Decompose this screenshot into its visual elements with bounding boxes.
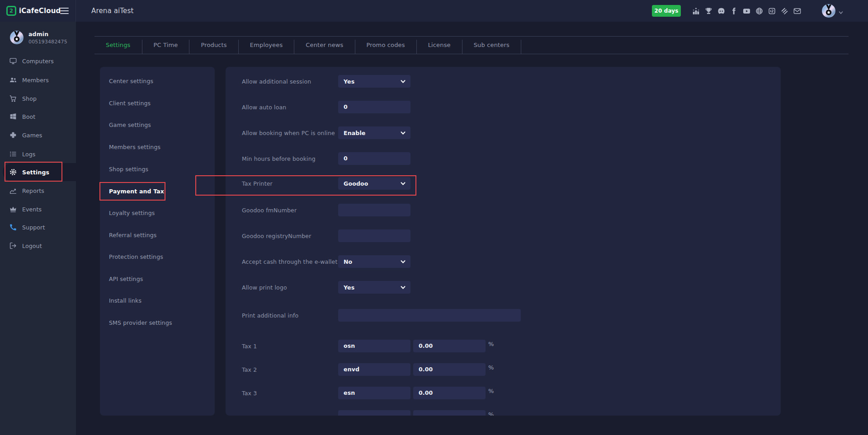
icafecloud-logo-icon: 2 — [6, 6, 16, 16]
sidebar-user-avatar — [10, 31, 24, 44]
menu-item-shop-settings[interactable]: Shop settings — [109, 166, 148, 174]
sidebar-item-computers[interactable]: Computers — [0, 52, 76, 70]
menu-item-api-settings[interactable]: API settings — [109, 276, 143, 284]
logo-text: iCafeCloud — [19, 7, 61, 15]
menu-item-install-links[interactable]: Install links — [109, 297, 142, 305]
tab-employees[interactable]: Employees — [239, 37, 294, 54]
menu-item-sms-provider-settings[interactable]: SMS provider settings — [109, 319, 172, 327]
percent-suffix: % — [488, 411, 494, 416]
tab-settings[interactable]: Settings — [94, 37, 142, 54]
sidebar-item-label: Logout — [22, 243, 42, 249]
tab-sub-centers[interactable]: Sub centers — [462, 37, 521, 54]
field-label: Allow print logo — [242, 284, 287, 291]
accept-cash-ewallet-select[interactable]: No — [338, 255, 410, 268]
tab-promo-codes[interactable]: Promo codes — [355, 37, 416, 54]
form-row-allow-booking-pc-online: Allow booking when PC is online Enable — [226, 126, 781, 139]
tax2-name-input[interactable]: envd — [338, 363, 410, 376]
sidebar-item-logout[interactable]: Logout — [0, 237, 76, 255]
sidebar-item-label: Events — [22, 206, 42, 213]
crown-icon — [9, 205, 17, 213]
field-label: Accept cash through the e-wallet — [242, 258, 338, 265]
tab-products[interactable]: Products — [189, 37, 238, 54]
chevron-down-icon — [401, 131, 406, 136]
tax1-name-input[interactable]: osn — [338, 340, 410, 352]
tax4-name-input[interactable] — [338, 410, 410, 416]
print-additional-info-input[interactable] — [338, 309, 521, 322]
sidebar-item-events[interactable]: Events — [0, 200, 76, 218]
allow-auto-loan-input[interactable]: 0 — [338, 101, 410, 113]
menu-item-loyalty-settings[interactable]: Loyalty settings — [109, 210, 155, 218]
allow-booking-select[interactable]: Enable — [338, 126, 410, 139]
sidebar-item-support[interactable]: Support — [0, 218, 76, 236]
tab-pc-time[interactable]: PC Time — [142, 37, 189, 54]
sidebar-item-reports[interactable]: Reports — [0, 182, 76, 200]
percent-suffix: % — [488, 388, 494, 394]
sidebar-item-label: Members — [22, 77, 49, 84]
goodoo-registrynumber-input[interactable] — [338, 229, 410, 242]
form-row-tax-4-partial: % — [226, 410, 781, 416]
tab-center-news[interactable]: Center news — [294, 37, 354, 54]
field-label: Allow auto loan — [242, 104, 286, 111]
sidebar-item-boot[interactable]: Boot — [0, 108, 76, 126]
allow-additional-session-select[interactable]: Yes — [338, 75, 410, 88]
min-hours-before-booking-input[interactable]: 0 — [338, 152, 410, 165]
tax1-rate-input[interactable]: 0.00 — [413, 340, 486, 352]
menu-item-referral-settings[interactable]: Referral settings — [109, 232, 156, 240]
icafecloud-app: { "topbar": { "logo_text": "iCafeCloud",… — [0, 0, 868, 435]
menu-item-payment-and-tax[interactable]: Payment and Tax — [109, 188, 164, 196]
menu-item-members-settings[interactable]: Members settings — [109, 144, 160, 152]
sidebar-user-id: 005193482475 — [28, 39, 67, 45]
form-row-goodoo-registrynumber: Goodoo registryNumber — [226, 229, 781, 242]
form-row-allow-print-logo: Allow print logo Yes — [226, 281, 781, 294]
form-row-accept-cash-ewallet: Accept cash through the e-wallet No — [226, 255, 781, 268]
cart-icon — [9, 94, 17, 103]
mail-icon[interactable] — [793, 7, 802, 15]
tax3-rate-input[interactable]: 0.00 — [413, 387, 486, 399]
form-row-min-hours-before-booking: Min hours before booking 0 — [226, 152, 781, 165]
logout-icon — [9, 242, 17, 250]
sidebar: admin 005193482475 Computers Members Sho… — [0, 22, 76, 435]
tax-printer-select[interactable]: Goodoo — [338, 177, 410, 190]
sidebar-item-games[interactable]: Games — [0, 126, 76, 144]
tax3-name-input[interactable]: esn — [338, 387, 410, 399]
ranking-icon[interactable] — [692, 7, 700, 15]
discord-icon[interactable] — [717, 7, 726, 15]
sidebar-item-label: Logs — [22, 151, 35, 158]
brand-area[interactable]: 2 iCafeCloud — [0, 0, 76, 22]
layers-icon[interactable] — [780, 7, 789, 15]
gear-icon — [9, 168, 17, 176]
sidebar-item-shop[interactable]: Shop — [0, 89, 76, 108]
trophy-icon[interactable] — [704, 7, 713, 15]
user-menu-chevron-down-icon[interactable] — [838, 9, 844, 14]
form-row-allow-additional-session: Allow additional session Yes — [226, 75, 781, 88]
user-avatar[interactable] — [822, 4, 835, 18]
menu-item-client-settings[interactable]: Client settings — [109, 100, 151, 108]
field-label: Min hours before booking — [242, 155, 316, 162]
form-row-tax-printer: Tax Printer Goodoo — [226, 177, 781, 190]
chevron-down-icon — [401, 259, 406, 264]
menu-item-center-settings[interactable]: Center settings — [109, 78, 153, 86]
sidebar-item-members[interactable]: Members — [0, 71, 76, 89]
menu-item-game-settings[interactable]: Game settings — [109, 122, 151, 130]
percent-suffix: % — [488, 341, 494, 347]
tax2-rate-input[interactable]: 0.00 — [413, 363, 486, 376]
field-label: Tax 3 — [242, 390, 257, 397]
youtube-icon[interactable] — [742, 7, 751, 15]
tax4-rate-input[interactable] — [413, 410, 486, 416]
topbar: 2 iCafeCloud Arena aiTest 20 days — [0, 0, 868, 22]
allow-print-logo-select[interactable]: Yes — [338, 281, 410, 294]
hamburger-menu-icon[interactable] — [60, 8, 69, 14]
sidebar-item-label: Settings — [22, 169, 49, 176]
tab-separator — [521, 40, 521, 54]
goodoo-fmnumber-input[interactable] — [338, 204, 410, 216]
field-label: Tax Printer — [242, 180, 273, 187]
sidebar-item-label: Shop — [22, 95, 37, 102]
icafecloud-icon[interactable] — [768, 7, 776, 15]
globe-icon[interactable] — [755, 7, 764, 15]
menu-item-protection-settings[interactable]: Protection settings — [109, 253, 163, 262]
license-days-badge[interactable]: 20 days — [652, 5, 681, 17]
sidebar-item-settings[interactable]: Settings — [3, 163, 76, 181]
sidebar-item-logs[interactable]: Logs — [0, 145, 76, 163]
facebook-icon[interactable] — [730, 7, 738, 15]
tab-license[interactable]: License — [417, 37, 462, 54]
